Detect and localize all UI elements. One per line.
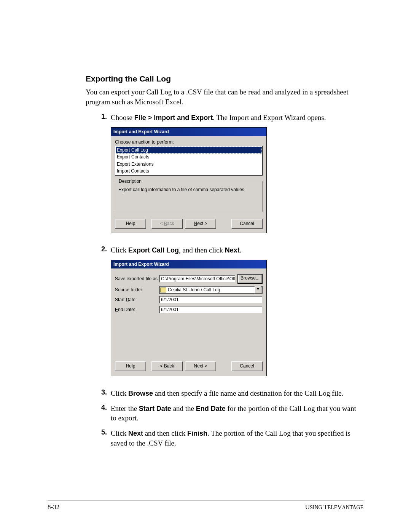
list-item[interactable]: Import Contacts: [116, 168, 262, 174]
step-bold: End Date: [196, 405, 226, 412]
step-2: 2. Click Export Call Log, and then click…: [86, 245, 363, 383]
end-date-label: End Date:: [115, 307, 159, 313]
page-footer: 8-32 USING TELEVANTAGE: [48, 503, 363, 511]
source-folder-label: Source folder:: [115, 287, 159, 293]
step-bold: Finish: [187, 430, 207, 437]
back-button[interactable]: < Back: [151, 361, 183, 371]
footer-title: USING TELEVANTAGE: [305, 503, 363, 511]
step-bold: File > Import and Export: [134, 114, 213, 121]
footer-rule: [48, 500, 363, 500]
action-listbox[interactable]: Export Call Log Export Contacts Export E…: [115, 146, 263, 176]
save-as-label: Save exported file as:: [115, 276, 159, 282]
start-date-input[interactable]: 6/1/2001: [159, 296, 263, 304]
dropdown-value: Cecilia St. John \ Call Log: [168, 287, 220, 293]
description-text: Export call log information to a file of…: [118, 187, 259, 193]
step-text: , and then click: [179, 246, 225, 254]
dialog-title: Import and Export Wizard: [111, 260, 266, 268]
step-text: Click: [111, 246, 128, 254]
start-date-label: Start Date:: [115, 297, 159, 303]
step-number: 2.: [86, 245, 111, 383]
page-number: 8-32: [48, 503, 59, 511]
step-bold: Next: [128, 430, 143, 437]
folder-icon: [160, 288, 166, 292]
dialog-title: Import and Export Wizard: [111, 128, 266, 136]
intro-paragraph: You can export your Call Log to a .CSV f…: [86, 87, 363, 107]
help-button[interactable]: Help: [115, 219, 146, 229]
step-number: 5.: [86, 428, 111, 448]
step-text: .: [240, 246, 242, 254]
browse-button[interactable]: Browse...: [237, 274, 263, 284]
cancel-button[interactable]: Cancel: [231, 219, 263, 229]
next-button[interactable]: Next >: [185, 219, 216, 229]
document-page: Exporting the Call Log You can export yo…: [0, 0, 411, 532]
save-as-input[interactable]: C:\Program Files\Microsoft Office\Office…: [159, 275, 235, 283]
steps-list: 1. Choose File > Import and Export. The …: [86, 113, 363, 448]
import-export-wizard-dialog-1: Import and Export Wizard Choose an actio…: [111, 127, 267, 233]
step-5: 5. Click Next and then click Finish. The…: [86, 428, 363, 448]
step-text: and then click: [143, 429, 187, 437]
step-bold: Export Call Log: [128, 246, 179, 254]
step-text: and then specify a file name and destina…: [153, 389, 343, 397]
step-text: Click: [111, 429, 128, 437]
step-text: . The Import and Export Wizard opens.: [213, 113, 326, 121]
step-bold: Start Date: [139, 405, 171, 412]
cancel-button[interactable]: Cancel: [231, 361, 263, 371]
step-3: 3. Click Browse and then specify a file …: [86, 388, 363, 398]
step-text: Click: [111, 389, 128, 397]
action-prompt-label: Choose an action to perform:: [115, 139, 263, 145]
fieldset-legend: Description: [118, 178, 143, 184]
back-button: < Back: [151, 219, 183, 229]
step-number: 3.: [86, 388, 111, 398]
step-number: 1.: [86, 113, 111, 240]
import-export-wizard-dialog-2: Import and Export Wizard Save exported f…: [111, 260, 267, 376]
step-bold: Browse: [128, 390, 153, 397]
next-button[interactable]: Next >: [185, 361, 216, 371]
step-text: Choose: [111, 113, 134, 121]
step-number: 4.: [86, 404, 111, 423]
end-date-input[interactable]: 6/1/2001: [159, 306, 263, 313]
step-text: Enter the: [111, 404, 139, 412]
section-heading: Exporting the Call Log: [86, 74, 363, 83]
step-4: 4. Enter the Start Date and the End Date…: [86, 404, 363, 423]
list-item[interactable]: Export Contacts: [116, 153, 262, 160]
chevron-down-icon[interactable]: ▼: [255, 286, 261, 294]
source-folder-dropdown[interactable]: Cecilia St. John \ Call Log ▼: [159, 286, 263, 294]
list-item[interactable]: Export Extensions: [116, 161, 262, 168]
step-bold: Next: [225, 246, 240, 254]
list-item[interactable]: Export Call Log: [116, 147, 262, 153]
help-button[interactable]: Help: [115, 361, 146, 371]
step-text: and the: [171, 404, 196, 412]
description-fieldset: Description Export call log information …: [115, 181, 263, 212]
step-1: 1. Choose File > Import and Export. The …: [86, 113, 363, 240]
